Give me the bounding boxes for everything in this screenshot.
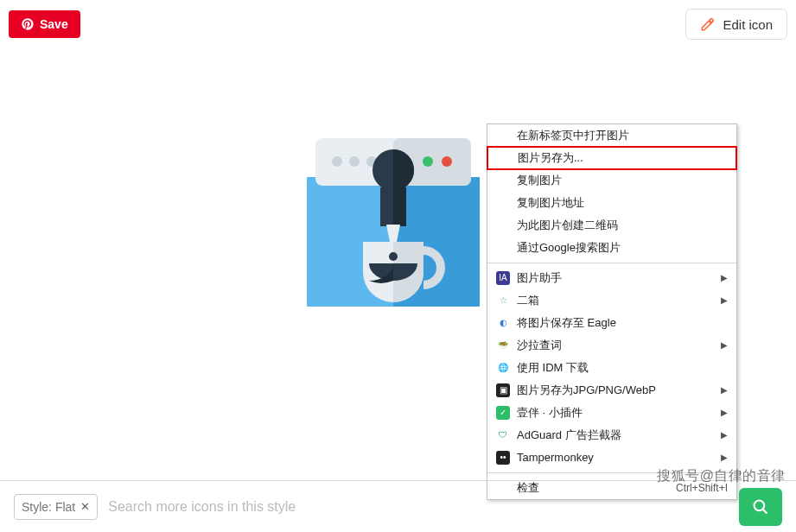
extension-icon: 🌐 [496, 361, 510, 375]
svg-point-14 [755, 500, 765, 510]
search-button[interactable] [739, 488, 782, 526]
bottom-search-bar: Style: Flat ✕ [0, 480, 796, 532]
svg-line-15 [763, 509, 767, 513]
menu-item-label: 图片助手 [517, 270, 562, 286]
edit-button-label: Edit icon [723, 17, 773, 32]
extension-icon: ✓ [496, 406, 510, 420]
menu-item-label: 在新标签页中打开图片 [517, 128, 629, 143]
menu-item-label: 复制图片 [517, 173, 562, 188]
menu-item-label: Tampermonkey [517, 450, 594, 466]
extension-icon: ☆ [496, 294, 510, 307]
style-filter-chip[interactable]: Style: Flat ✕ [14, 494, 98, 520]
menu-item-extension[interactable]: 🌐使用 IDM 下载 [487, 357, 736, 379]
menu-item[interactable]: 在新标签页中打开图片 [487, 124, 736, 147]
edit-icon-button[interactable]: Edit icon [685, 9, 787, 40]
menu-item[interactable]: 为此图片创建二维码 [487, 214, 736, 237]
chevron-right-icon: ▶ [721, 383, 728, 398]
extension-icon: •• [496, 451, 510, 465]
menu-item-extension[interactable]: ▣图片另存为JPG/PNG/WebP▶ [487, 379, 736, 402]
pencil-icon [700, 16, 716, 32]
menu-separator [487, 263, 736, 263]
menu-item-label: 为此图片创建二维码 [517, 218, 618, 233]
coffee-machine-icon [298, 125, 488, 315]
top-bar: Save Edit icon [9, 9, 787, 40]
extension-icon: ◐ [496, 316, 510, 330]
menu-item-label: 图片另存为JPG/PNG/WebP [517, 383, 656, 398]
chevron-right-icon: ▶ [721, 293, 728, 308]
icon-preview[interactable] [294, 125, 493, 315]
menu-item-extension[interactable]: ☆二箱▶ [487, 289, 736, 312]
extension-icon: ▣ [496, 383, 510, 397]
menu-item-extension[interactable]: IA图片助手▶ [487, 267, 736, 289]
menu-item-extension[interactable]: 🥗沙拉查词▶ [487, 334, 736, 357]
menu-item-label: 使用 IDM 下载 [517, 360, 589, 376]
menu-item[interactable]: 复制图片地址 [487, 192, 736, 214]
extension-icon: IA [496, 271, 510, 285]
chevron-right-icon: ▶ [721, 338, 728, 353]
svg-rect-12 [393, 187, 406, 226]
menu-item-extension[interactable]: ✓壹伴 · 小插件▶ [487, 402, 736, 424]
chevron-right-icon: ▶ [721, 270, 728, 286]
svg-point-4 [332, 156, 342, 167]
svg-point-7 [423, 156, 433, 167]
menu-item[interactable]: 复制图片 [487, 169, 736, 192]
chevron-right-icon: ▶ [721, 450, 728, 466]
menu-item-label: 图片另存为... [518, 150, 583, 166]
menu-item-label: AdGuard 广告拦截器 [517, 428, 621, 443]
extension-icon: 🥗 [496, 339, 510, 352]
search-icon [752, 498, 769, 516]
menu-item-label: 二箱 [517, 293, 539, 308]
menu-item[interactable]: 通过Google搜索图片 [487, 237, 736, 259]
svg-point-8 [442, 156, 452, 167]
menu-item-extension[interactable]: 🛡AdGuard 广告拦截器▶ [487, 424, 736, 446]
save-button-label: Save [40, 17, 68, 31]
close-icon[interactable]: ✕ [80, 500, 90, 513]
chevron-right-icon: ▶ [721, 405, 728, 421]
menu-item[interactable]: 图片另存为... [487, 146, 737, 170]
chip-label: Style: Flat [22, 500, 75, 514]
menu-item-label: 复制图片地址 [517, 195, 584, 211]
pinterest-save-button[interactable]: Save [9, 10, 80, 38]
extension-icon: 🛡 [496, 428, 510, 442]
pinterest-icon [21, 17, 35, 31]
context-menu: 在新标签页中打开图片图片另存为...复制图片复制图片地址为此图片创建二维码通过G… [487, 124, 737, 500]
menu-item-label: 将图片保存至 Eagle [517, 315, 616, 331]
menu-item-extension[interactable]: ◐将图片保存至 Eagle [487, 312, 736, 334]
svg-point-13 [389, 252, 398, 261]
svg-point-5 [349, 156, 360, 167]
menu-item-extension[interactable]: ••Tampermonkey▶ [487, 446, 736, 469]
menu-item-label: 沙拉查词 [517, 338, 562, 353]
menu-item-label: 通过Google搜索图片 [517, 240, 621, 256]
chevron-right-icon: ▶ [721, 428, 728, 443]
menu-separator [487, 472, 736, 473]
search-input[interactable] [108, 499, 729, 515]
menu-item-label: 壹伴 · 小插件 [517, 405, 583, 421]
